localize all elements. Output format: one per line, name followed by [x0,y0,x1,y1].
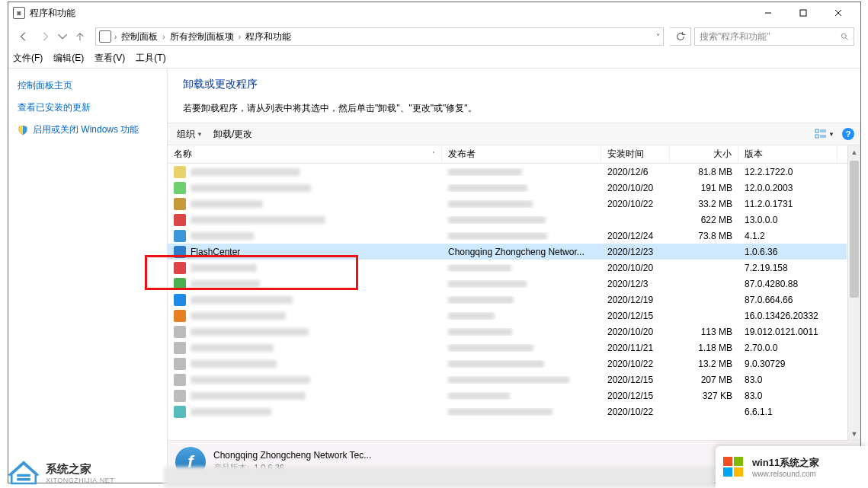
app-icon [174,278,186,290]
chevron-right-icon[interactable]: › [162,33,165,41]
row-version: 12.2.1722.0 [738,167,838,177]
table-row[interactable]: 2020/10/2233.2 MB11.2.0.1731 [168,196,847,212]
chevron-right-icon[interactable]: › [114,33,117,41]
help-icon[interactable]: ? [842,128,854,140]
row-publisher [442,264,601,272]
table-row[interactable]: FlashCenterChongqing Zhongcheng Networ..… [168,244,847,260]
address-dropdown[interactable]: ˅ [656,33,660,41]
row-date: 2020/12/23 [601,247,670,257]
scroll-thumb[interactable] [850,161,859,298]
table-row[interactable]: 622 MB13.0.0.0 [168,212,847,228]
row-date: 2020/10/22 [601,407,670,417]
table-row[interactable]: 2020/10/226.6.1.1 [168,403,847,419]
vertical-scrollbar[interactable]: ▲ ▼ [847,145,860,440]
close-button[interactable] [821,2,856,24]
recent-dropdown[interactable] [57,27,68,46]
crumb-0[interactable]: 控制面板 [120,30,159,43]
row-version: 6.6.1.1 [738,407,838,417]
row-date: 2020/10/20 [601,263,670,273]
table-row[interactable]: 2020/10/207.2.19.158 [168,260,847,276]
scroll-down-icon[interactable]: ▼ [848,427,860,440]
row-date: 2020/12/6 [601,167,670,177]
sidebar-item-windows-features[interactable]: 启用或关闭 Windows 功能 [18,123,158,136]
menubar: 文件(F) 编辑(E) 查看(V) 工具(T) [8,49,860,66]
row-date: 2020/10/20 [601,183,670,193]
row-publisher [442,344,601,352]
organize-button[interactable]: 组织▼ [174,126,206,142]
back-button[interactable] [14,27,33,46]
app-icon [174,310,186,322]
uninstall-change-button[interactable]: 卸载/更改 [210,126,255,142]
column-installed[interactable]: 安装时间 [601,145,670,163]
maximize-button[interactable] [786,2,821,24]
app-icon [174,230,186,242]
body: 控制面板主页 查看已安装的更新 启用或关闭 Windows 功能 卸载或更改程序… [8,69,860,483]
row-name [191,312,286,320]
crumb-1[interactable]: 所有控制面板项 [168,30,235,43]
table-header: 名称˄ 发布者 安装时间 大小 版本 [168,145,860,164]
table-row[interactable]: 2020/12/2473.8 MB4.1.2 [168,228,847,244]
table-row[interactable]: 2020/12/15207 MB83.0 [168,372,847,388]
search-icon [840,32,849,41]
scroll-up-icon[interactable]: ▲ [848,145,860,158]
row-version: 87.0.664.66 [738,295,838,305]
crumb-2[interactable]: 程序和功能 [244,30,293,43]
table-row[interactable]: 2020/12/1987.0.664.66 [168,292,847,308]
menu-file[interactable]: 文件(F) [13,52,43,65]
sidebar-item-label: 控制面板主页 [18,79,72,92]
sidebar-item-cp-home[interactable]: 控制面板主页 [18,79,158,92]
table-row[interactable]: 2020/10/20191 MB12.0.0.2003 [168,180,847,196]
column-version[interactable]: 版本 [738,145,838,163]
app-icon [174,374,186,386]
table-row[interactable]: 2020/12/387.0.4280.88 [168,276,847,292]
menu-tools[interactable]: 工具(T) [136,52,165,65]
taskbar-blur [164,467,716,488]
svg-rect-12 [17,474,30,477]
row-name [191,184,311,192]
menu-view[interactable]: 查看(V) [94,52,125,65]
titlebar[interactable]: ◙ 程序和功能 [8,2,860,24]
minimize-button[interactable] [751,2,786,24]
address-bar[interactable]: › 控制面板 › 所有控制面板项 › 程序和功能 ˅ [95,27,664,46]
chevron-right-icon[interactable]: › [239,33,241,41]
row-publisher [442,360,601,368]
row-version: 13.0.0.0 [738,215,838,225]
sidebar-item-label: 启用或关闭 Windows 功能 [33,123,139,136]
refresh-button[interactable] [670,27,691,46]
table-row[interactable]: 2020/10/20113 MB19.012.0121.0011 [168,324,847,340]
view-options-button[interactable]: ▼ [815,129,834,139]
column-size[interactable]: 大小 [670,145,738,163]
row-size: 191 MB [670,183,738,193]
row-version: 12.0.0.2003 [738,183,838,193]
brand-right-title: win11系统之家 [752,456,819,470]
app-icon [174,182,186,194]
table-row[interactable]: 2020/11/211.18 MB2.70.0.0 [168,340,847,356]
row-size: 1.18 MB [670,343,738,353]
svg-rect-1 [800,10,806,16]
table-row[interactable]: 2020/10/2213.2 MB9.0.30729 [168,356,847,372]
search-input[interactable]: 搜索"程序和功能" [694,27,854,46]
row-version: 9.0.30729 [738,359,838,369]
svg-line-5 [846,38,848,40]
menu-edit[interactable]: 编辑(E) [53,52,84,65]
table-rows: 2020/12/681.8 MB12.2.1722.02020/10/20191… [168,164,847,440]
sidebar: 控制面板主页 查看已安装的更新 启用或关闭 Windows 功能 [8,69,167,483]
up-button[interactable] [71,27,89,46]
row-version: 19.012.0121.0011 [738,327,838,337]
row-size: 327 KB [670,391,738,401]
svg-rect-9 [815,135,818,138]
row-publisher [442,232,601,240]
table-row[interactable]: 2020/12/1516.0.13426.20332 [168,308,847,324]
row-size: 81.8 MB [670,167,738,177]
table-row[interactable]: 2020/12/15327 KB83.0 [168,388,847,403]
sidebar-item-updates[interactable]: 查看已安装的更新 [18,101,158,114]
svg-rect-17 [734,467,743,477]
row-version: 7.2.19.158 [738,263,838,273]
column-publisher[interactable]: 发布者 [442,145,601,163]
row-name [191,328,309,336]
row-date: 2020/10/22 [601,359,670,369]
row-version: 2.70.0.0 [738,343,838,353]
table-row[interactable]: 2020/12/681.8 MB12.2.1722.0 [168,164,847,180]
column-name[interactable]: 名称˄ [168,145,442,163]
forward-button[interactable] [36,27,54,46]
